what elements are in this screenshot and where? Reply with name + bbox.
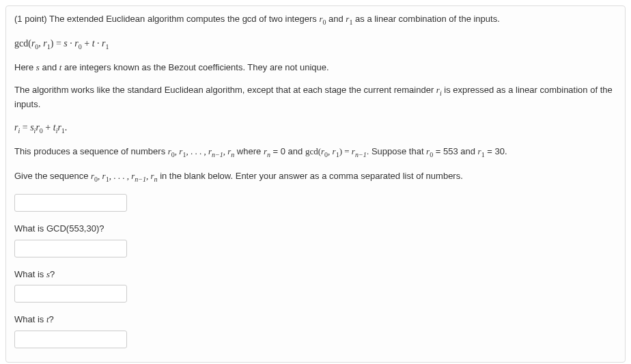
s-question-label: What is s?	[14, 268, 617, 281]
algorithm-paragraph: The algorithm works like the standard Eu…	[14, 84, 617, 111]
sub-n1: n−1	[355, 151, 367, 158]
gcd-open: gcd(	[305, 146, 321, 156]
sub-n1: n−1	[212, 151, 223, 158]
q-t-2: ?	[49, 314, 54, 324]
period: .	[65, 122, 68, 132]
var-r1: r1	[102, 171, 109, 181]
gcd-open: gcd(	[14, 38, 31, 48]
sub-n1: n−1	[135, 175, 146, 182]
algo-1: The algorithm works like the standard Eu…	[14, 85, 436, 95]
var-r1: r1	[478, 146, 485, 156]
var-r0: r0	[91, 171, 98, 181]
seq-2: where	[234, 146, 264, 156]
intro-paragraph: (1 point) The extended Euclidean algorit…	[14, 13, 617, 27]
var-rn1: rn−1	[131, 171, 146, 181]
sequence-paragraph: This produces a sequence of numbers r0, …	[14, 145, 617, 160]
dots: , . . . ,	[109, 171, 132, 181]
var-r0: r0	[321, 146, 328, 156]
plus: +	[43, 122, 53, 132]
var-rn1: rn−1	[352, 146, 367, 156]
seq-1: This produces a sequence of numbers	[14, 146, 168, 156]
q-t-1: What is	[14, 314, 46, 324]
var-r1: r1	[43, 38, 50, 48]
give-2: in the blank below. Enter your answer as…	[158, 171, 463, 181]
here-2: and	[40, 62, 59, 72]
var-r0: r0	[31, 38, 38, 48]
var-r1: r1	[346, 14, 352, 24]
q-s-1: What is	[14, 269, 46, 279]
here-3: are integers known as the Bezout coeffic…	[61, 62, 328, 72]
seq-4: . Suppose that	[367, 146, 426, 156]
intro-text-2: and	[326, 14, 346, 24]
gcd-question-label: What is GCD(553,30)?	[14, 223, 617, 236]
var-r1: r1	[179, 146, 186, 156]
intro-text-3: as a linear combination of the inputs.	[352, 14, 499, 24]
eq-close: ) =	[51, 38, 64, 48]
give-sequence-paragraph: Give the sequence r0, r1, . . . , rn−1, …	[14, 170, 617, 184]
give-1: Give the sequence	[14, 171, 91, 181]
points-label: (1 point)	[14, 14, 49, 24]
gcd-input[interactable]	[14, 240, 127, 257]
t-input[interactable]	[14, 331, 127, 348]
seq-6: = 30.	[485, 146, 507, 156]
eq-sign: =	[342, 146, 352, 156]
seq-3: = 0 and	[270, 146, 305, 156]
var-r1: r1	[333, 146, 339, 156]
var-r0: r0	[74, 38, 81, 48]
t-question-label: What is t?	[14, 313, 617, 326]
s-input[interactable]	[14, 285, 127, 303]
equation-gcd: gcd(r0, r1) = s · r0 + t · r1	[14, 37, 617, 52]
dot: ·	[95, 38, 102, 48]
var-ri: ri	[436, 85, 442, 95]
sequence-input[interactable]	[14, 194, 127, 212]
var-r0: r0	[426, 146, 433, 156]
var-ri: ri	[14, 122, 20, 132]
intro-text-1: The extended Euclidean algorithm compute…	[49, 14, 319, 24]
problem-container: (1 point) The extended Euclidean algorit…	[5, 5, 626, 363]
here-1: Here	[14, 62, 36, 72]
var-r0: r0	[319, 14, 326, 24]
var-rn: rn	[264, 146, 270, 156]
seq-5: = 553 and	[433, 146, 477, 156]
sub-1: 1	[106, 43, 109, 51]
bezout-paragraph: Here s and t are integers known as the B…	[14, 61, 617, 74]
dots: , . . . ,	[186, 146, 208, 156]
equation-ri: ri = sir0 + tir1.	[14, 121, 617, 136]
var-rn: rn	[150, 171, 157, 181]
var-r1: r1	[57, 122, 64, 132]
eq-sign: =	[20, 122, 30, 132]
var-rn1: rn−1	[208, 146, 223, 156]
var-r1: r1	[102, 38, 109, 48]
q-s-2: ?	[50, 269, 55, 279]
var-r0: r0	[36, 122, 42, 132]
var-rn: rn	[227, 146, 234, 156]
dot: ·	[68, 38, 75, 48]
var-r0: r0	[168, 146, 175, 156]
